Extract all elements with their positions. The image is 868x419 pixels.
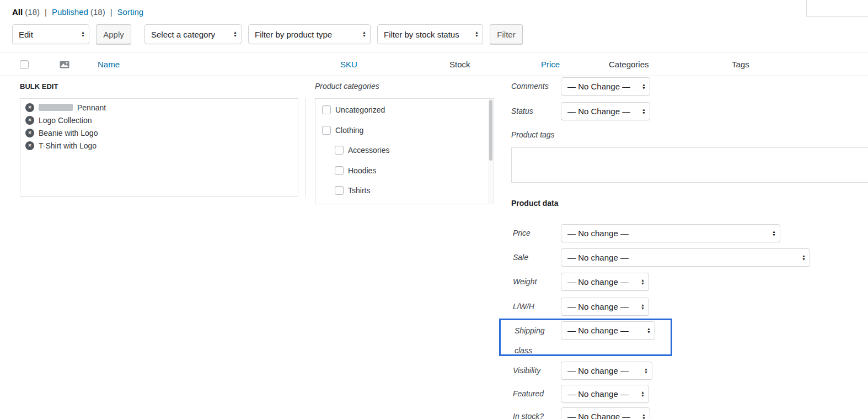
featured-value: — No change — xyxy=(567,389,629,399)
stock-status-filter-select[interactable]: Filter by stock status ▲▼ xyxy=(377,24,483,44)
product-data-label: Product data xyxy=(511,199,559,208)
column-header-price[interactable]: Price xyxy=(541,52,560,76)
apply-button[interactable]: Apply xyxy=(96,24,131,44)
category-filter-select[interactable]: Select a category ▲▼ xyxy=(144,24,242,44)
category-option: Clothing xyxy=(322,125,363,135)
weight-value: — No change — xyxy=(567,277,629,287)
status-label: Status xyxy=(511,102,533,120)
redacted-text-block xyxy=(39,104,73,111)
product-tags-input[interactable] xyxy=(511,147,868,183)
comments-select[interactable]: — No Change — ▲▼ xyxy=(561,77,650,96)
bulk-edit-product-row: ✕ Logo Collection xyxy=(25,114,293,126)
featured-select[interactable]: — No change — ▲▼ xyxy=(561,385,649,403)
bulk-edit-product-row: ✕ Pennant xyxy=(25,101,293,114)
scrollbar-thumb[interactable] xyxy=(489,100,492,161)
subset-all[interactable]: All (18) xyxy=(12,7,40,17)
subset-all-count: (18) xyxy=(25,7,40,17)
category-option: Uncategorized xyxy=(322,105,385,114)
price-select[interactable]: — No change — ▲▼ xyxy=(561,224,780,242)
bulk-actions-select[interactable]: Edit ▲▼ xyxy=(12,24,89,44)
visibility-value: — No change — xyxy=(567,366,629,375)
sale-select[interactable]: — No change — ▲▼ xyxy=(561,248,810,267)
price-value: — No change — xyxy=(567,229,629,238)
product-type-filter-select[interactable]: Filter by product type ▲▼ xyxy=(248,24,371,44)
sale-value: — No change — xyxy=(567,253,629,262)
category-checkbox[interactable] xyxy=(322,126,331,135)
remove-product-icon[interactable]: ✕ xyxy=(25,129,34,137)
visibility-select[interactable]: — No change — ▲▼ xyxy=(561,362,652,380)
category-label: Accessories xyxy=(348,146,389,155)
comments-value: — No Change — xyxy=(567,82,630,91)
bulk-edit-product-row: ✕ Beanie with Logo xyxy=(25,126,293,139)
category-option: Accessories xyxy=(335,145,389,155)
product-name: Pennant xyxy=(77,103,106,112)
subset-links: All (18) | Published (18) | Sorting xyxy=(12,7,143,17)
column-header-tags: Tags xyxy=(732,52,749,76)
remove-product-icon[interactable]: ✕ xyxy=(25,141,34,150)
product-type-filter-value: Filter by product type xyxy=(255,30,332,39)
shipping-class-label: Shipping class xyxy=(515,321,553,360)
column-header-stock: Stock xyxy=(449,52,470,76)
category-checkbox[interactable] xyxy=(322,105,331,114)
select-arrows-icon: ▲▼ xyxy=(637,413,646,419)
bulk-edit-product-row: ✕ T-Shirt with Logo xyxy=(25,139,293,152)
products-table-header: Name SKU Stock Price Categories Tags xyxy=(0,52,868,76)
category-checkbox[interactable] xyxy=(335,146,344,155)
select-arrows-icon: ▲▼ xyxy=(639,368,648,374)
column-header-sku[interactable]: SKU xyxy=(340,52,357,76)
top-right-tab[interactable] xyxy=(806,0,868,17)
lwh-label: L/W/H xyxy=(513,298,559,316)
bulk-edit-products-list: ✕ Pennant ✕ Logo Collection ✕ Beanie wit… xyxy=(20,98,298,197)
subset-sorting[interactable]: Sorting xyxy=(117,7,144,17)
separator: | xyxy=(45,7,47,17)
select-arrows-icon: ▲▼ xyxy=(767,230,776,237)
select-arrows-icon: ▲▼ xyxy=(637,83,646,90)
subset-all-label: All xyxy=(12,7,23,17)
select-arrows-icon: ▲▼ xyxy=(642,327,651,334)
featured-label: Featured xyxy=(513,385,559,403)
toolbar: Edit ▲▼ Apply Select a category ▲▼ Filte… xyxy=(12,24,523,44)
select-arrows-icon: ▲▼ xyxy=(470,31,479,38)
visibility-label: Visibility xyxy=(513,362,559,380)
select-all-checkbox[interactable] xyxy=(20,60,29,69)
category-label: Hoodies xyxy=(348,166,376,175)
in-stock-value: — No Change — xyxy=(567,412,630,419)
product-categories-box: Uncategorized Clothing Accessories Hoodi… xyxy=(315,98,494,204)
product-tags-label: Product tags xyxy=(511,130,555,139)
select-arrows-icon: ▲▼ xyxy=(797,254,806,261)
column-header-name[interactable]: Name xyxy=(98,52,120,76)
lwh-select[interactable]: — No change — ▲▼ xyxy=(561,298,649,316)
stock-status-filter-value: Filter by stock status xyxy=(384,30,459,39)
shipping-class-select[interactable]: — No change — ▲▼ xyxy=(561,321,655,340)
in-stock-select[interactable]: — No Change — ▲▼ xyxy=(561,407,650,419)
category-label: Uncategorized xyxy=(335,105,385,114)
category-checkbox[interactable] xyxy=(335,186,344,195)
remove-product-icon[interactable]: ✕ xyxy=(25,116,34,125)
select-arrows-icon: ▲▼ xyxy=(228,31,237,38)
select-arrows-icon: ▲▼ xyxy=(636,304,645,310)
category-checkbox[interactable] xyxy=(335,166,344,175)
weight-select[interactable]: — No change — ▲▼ xyxy=(561,273,649,291)
product-categories-label: Product categories xyxy=(315,82,379,91)
product-name: T-Shirt with Logo xyxy=(39,141,97,150)
subset-published-count: (18) xyxy=(90,7,105,17)
lwh-value: — No change — xyxy=(567,302,629,311)
bulk-edit-title: BULK EDIT xyxy=(20,82,58,91)
filter-button[interactable]: Filter xyxy=(490,24,523,44)
status-value: — No Change — xyxy=(567,107,630,116)
image-column-icon xyxy=(60,61,69,71)
remove-product-icon[interactable]: ✕ xyxy=(25,103,34,112)
bulk-actions-value: Edit xyxy=(19,30,33,39)
products-bulk-edit-screen: All (18) | Published (18) | Sorting Edit… xyxy=(0,0,868,419)
category-option: Tshirts xyxy=(335,185,370,195)
column-header-categories: Categories xyxy=(609,52,649,76)
in-stock-label: In stock? xyxy=(513,407,559,419)
subset-sorting-link[interactable]: Sorting xyxy=(117,7,144,17)
separator: | xyxy=(110,7,112,17)
subset-published-link[interactable]: Published xyxy=(52,7,88,17)
status-select[interactable]: — No Change — ▲▼ xyxy=(561,102,650,120)
comments-label: Comments xyxy=(511,77,549,96)
category-filter-value: Select a category xyxy=(151,30,215,39)
subset-published[interactable]: Published (18) xyxy=(52,7,105,17)
divider xyxy=(306,98,306,197)
